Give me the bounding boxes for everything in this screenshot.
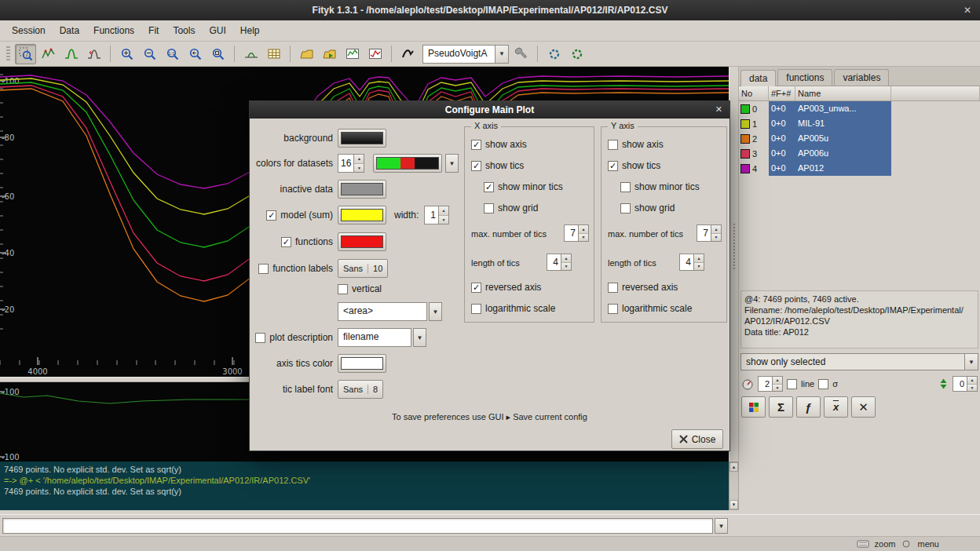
clear-button[interactable] [397, 44, 419, 64]
spin-up-button[interactable]: ▲ [561, 254, 571, 262]
function-button[interactable]: ƒ [796, 396, 821, 418]
spin-down-button[interactable]: ▼ [773, 384, 782, 392]
spin-down-button[interactable]: ▼ [579, 233, 588, 242]
point-size-spinner[interactable]: 2 ▲▼ [758, 376, 783, 392]
zoom-100-button[interactable]: 1:1 [162, 44, 183, 64]
zoom-label[interactable]: zoom [875, 539, 896, 549]
x-show-axis-checkbox[interactable]: ✓ [471, 140, 481, 150]
spin-down-button[interactable]: ▼ [354, 163, 364, 173]
x-minor-tics-checkbox[interactable]: ✓ [484, 182, 494, 192]
add-peak-button[interactable] [60, 44, 82, 64]
model-color-button[interactable] [338, 206, 386, 224]
dialog-close-button[interactable]: Close [671, 429, 723, 449]
command-input[interactable] [2, 518, 713, 534]
axis-tics-color-button[interactable] [338, 354, 386, 373]
dataset-row[interactable]: 2 0+0 AP005u [739, 131, 980, 146]
function-labels-checkbox[interactable] [258, 264, 269, 274]
tab-data[interactable]: data [740, 70, 776, 86]
y-reversed-checkbox[interactable] [608, 283, 618, 293]
zoom-out-button[interactable] [139, 44, 160, 64]
y-tic-len-spinner[interactable]: 4 ▲▼ [679, 254, 704, 271]
chevron-down-icon[interactable]: ▼ [495, 46, 508, 63]
functions-checkbox[interactable]: ✓ [281, 237, 291, 247]
background-color-button[interactable] [338, 129, 386, 148]
description-dropdown-button[interactable]: ▼ [413, 328, 426, 347]
fit-weights-button[interactable] [566, 44, 587, 64]
transform-button[interactable]: x [824, 396, 848, 418]
dataset-color-swatch[interactable] [740, 104, 750, 114]
menu-item-fit[interactable]: Fit [141, 21, 166, 40]
dataset-color-swatch[interactable] [740, 119, 750, 129]
settings-button[interactable] [510, 44, 532, 64]
tab-functions[interactable]: functions [777, 69, 832, 86]
y-minor-tics-checkbox[interactable] [620, 182, 631, 192]
vertical-checkbox[interactable] [338, 284, 348, 294]
baseline-button[interactable] [240, 44, 261, 64]
model-width-spinner[interactable]: 1 ▲▼ [424, 206, 449, 224]
spin-down-button[interactable]: ▼ [711, 233, 721, 242]
menu-item-session[interactable]: Session [5, 21, 53, 40]
y-show-tics-checkbox[interactable]: ✓ [608, 161, 618, 171]
zoom-mode-button[interactable] [15, 44, 36, 64]
toolbar-grip[interactable] [6, 46, 10, 62]
spin-up-button[interactable]: ▲ [694, 254, 704, 262]
fit-run-button[interactable] [543, 44, 565, 64]
menu-item-help[interactable]: Help [233, 21, 267, 40]
plot-description-checkbox[interactable] [255, 333, 265, 343]
dataset-color-swatch[interactable] [740, 164, 750, 173]
chevron-down-icon[interactable]: ▼ [964, 354, 978, 370]
x-reversed-checkbox[interactable]: ✓ [471, 283, 481, 293]
labels-font-button[interactable]: Sans 10 [338, 259, 388, 278]
command-history-button[interactable]: ▼ [715, 518, 728, 534]
x-log-checkbox[interactable] [471, 304, 481, 314]
spin-down-button[interactable]: ▼ [439, 215, 448, 224]
save-image-button[interactable] [342, 44, 363, 64]
dataset-row[interactable]: 4 0+0 AP012 [739, 161, 980, 176]
col-name[interactable]: Name [795, 86, 891, 100]
data-view-button[interactable] [38, 44, 59, 64]
tab-variables[interactable]: variables [834, 69, 889, 86]
x-max-tics-spinner[interactable]: 7 ▲▼ [564, 224, 589, 242]
spin-up-button[interactable]: ▲ [439, 206, 448, 215]
delete-dataset-button[interactable]: ✕ [851, 396, 876, 418]
tic-font-button[interactable]: Sans 8 [338, 380, 383, 399]
scroll-up-icon[interactable]: ▲ [730, 462, 738, 472]
show-filter-combobox[interactable]: show only selected ▼ [740, 353, 978, 370]
sum-button[interactable]: Σ [769, 396, 793, 418]
dataset-row[interactable]: 1 0+0 MIL-91 [739, 116, 980, 131]
dataset-row[interactable]: 0 0+0 AP003_unwa... [739, 101, 980, 116]
dataset-colors-gradient-button[interactable] [373, 154, 442, 173]
functions-color-button[interactable] [338, 232, 386, 251]
labels-content-combobox[interactable]: <area> [338, 302, 427, 321]
sigma-checkbox[interactable] [818, 379, 828, 389]
y-log-checkbox[interactable] [608, 304, 618, 314]
drag-peak-button[interactable] [83, 44, 104, 64]
description-combobox[interactable]: filename [338, 328, 411, 347]
dialog-title-bar[interactable]: Configure Main Plot ✕ [250, 101, 730, 119]
y-max-tics-spinner[interactable]: 7 ▲▼ [697, 224, 722, 242]
x-show-grid-checkbox[interactable] [484, 203, 494, 213]
data-table-button[interactable] [263, 44, 284, 64]
model-checkbox[interactable]: ✓ [266, 210, 276, 221]
spin-down-button[interactable]: ▼ [694, 262, 704, 271]
inactive-color-button[interactable] [338, 180, 386, 199]
colors-dropdown-button[interactable]: ▼ [445, 154, 459, 173]
y-show-axis-checkbox[interactable] [608, 140, 618, 150]
scroll-down-icon[interactable]: ▼ [730, 500, 738, 509]
spin-up-button[interactable]: ▲ [579, 225, 588, 233]
dataset-color-swatch[interactable] [740, 149, 750, 159]
spin-down-button[interactable]: ▼ [967, 384, 977, 392]
menu-item-tools[interactable]: Tools [166, 21, 202, 40]
dataset-color-swatch[interactable] [740, 134, 750, 144]
col-f[interactable]: #F+# [769, 86, 795, 100]
print-plot-button[interactable] [364, 44, 386, 64]
y-show-grid-checkbox[interactable] [620, 203, 631, 213]
run-script-button[interactable] [319, 44, 340, 64]
x-show-tics-checkbox[interactable]: ✓ [471, 161, 481, 171]
window-close-button[interactable]: ✕ [964, 5, 971, 16]
spin-up-button[interactable]: ▲ [773, 377, 782, 384]
menu-item-data[interactable]: Data [53, 21, 86, 40]
console-scrollbar[interactable]: ▲ ▼ [729, 462, 739, 510]
shift-spinner[interactable]: 0 ▲▼ [953, 376, 978, 392]
menu-item-gui[interactable]: GUI [202, 21, 232, 40]
